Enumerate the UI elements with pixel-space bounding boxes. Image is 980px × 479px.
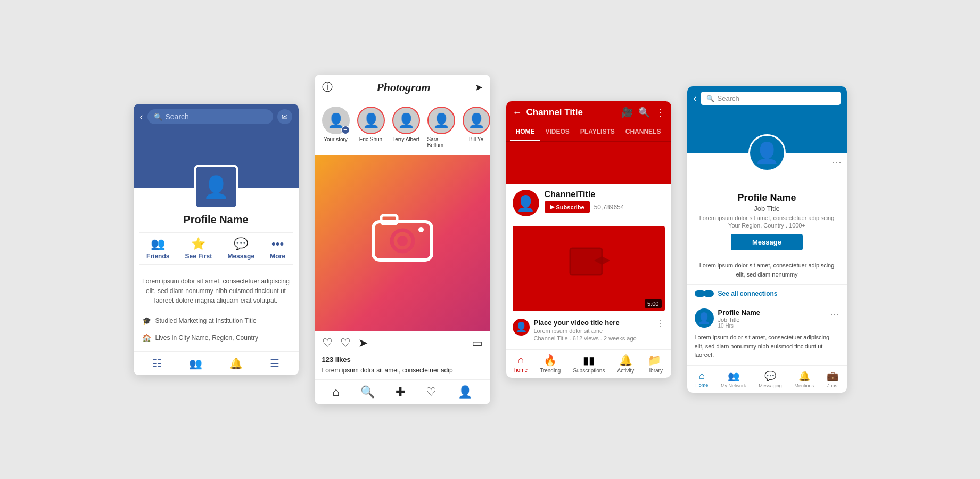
li-nav-messaging[interactable]: 💬 Messaging bbox=[759, 370, 782, 388]
ig-send-icon[interactable]: ➤ bbox=[475, 82, 483, 93]
yt-nav-home[interactable]: ⌂ home bbox=[514, 354, 528, 374]
ig-heart-icon[interactable]: ♡ bbox=[322, 336, 333, 350]
yt-more-header-icon[interactable]: ⋮ bbox=[655, 107, 665, 118]
li-nav-jobs-icon: 💼 bbox=[827, 370, 838, 382]
ig-header: ⓘ Photogram ➤ bbox=[315, 75, 490, 100]
ig-nav-user-icon[interactable]: 👤 bbox=[458, 385, 472, 399]
fb-see-first-btn[interactable]: ⭐ See First bbox=[185, 237, 212, 260]
ig-story-own-avatar: 👤 + bbox=[322, 107, 350, 134]
fb-header: ‹ 🔍 Search ✉ bbox=[134, 104, 299, 129]
li-header: ‹ 🔍 Search bbox=[687, 86, 847, 110]
yt-video-meta: Place your video title here Lorem ipsum … bbox=[534, 319, 652, 342]
ig-story-own[interactable]: 👤 + Your story bbox=[322, 107, 350, 148]
ig-share-icon[interactable]: ➤ bbox=[358, 336, 368, 350]
yt-header-icons: 🎥 🔍 ⋮ bbox=[621, 107, 665, 118]
yt-tab-videos[interactable]: VIDEOS bbox=[540, 124, 575, 141]
li-search-bar[interactable]: 🔍 Search bbox=[701, 92, 841, 105]
yt-nav-trending-icon: 🔥 bbox=[543, 354, 557, 367]
fb-profile-info: Profile Name 👥 Friends ⭐ See First 💬 Mes… bbox=[134, 214, 299, 270]
ig-story-3[interactable]: 👤 Sara Bellum bbox=[427, 107, 455, 148]
yt-channel-title: Channel Title bbox=[526, 107, 617, 118]
fb-message-btn[interactable]: 💬 Message bbox=[227, 237, 254, 260]
yt-nav-trending[interactable]: 🔥 Trending bbox=[540, 354, 561, 374]
instagram-screen: ⓘ Photogram ➤ 👤 + Your story 👤 Eric Shun bbox=[315, 75, 490, 404]
fb-nav-friends-icon[interactable]: 👥 bbox=[189, 357, 202, 370]
ig-story-4-label: Bill Ye bbox=[469, 136, 483, 142]
yt-tab-channels[interactable]: Channels bbox=[620, 124, 666, 141]
li-nav-messaging-label: Messaging bbox=[759, 383, 782, 388]
fb-bottom-nav: ☷ 👥 🔔 ☰ bbox=[134, 351, 299, 375]
yt-video-icon[interactable]: 🎥 bbox=[621, 107, 633, 118]
fb-more-label: More bbox=[270, 253, 285, 260]
ig-story-2[interactable]: 👤 Terry Albert bbox=[392, 107, 420, 148]
ig-caption-text: Lorem ipsum dolor sit amet, consectetuer… bbox=[322, 367, 453, 374]
ig-action-left: ♡ ♡ ➤ bbox=[322, 336, 472, 350]
ig-post-image bbox=[315, 155, 490, 331]
li-profile-more-icon[interactable]: ⋯ bbox=[832, 157, 842, 167]
li-message-button[interactable]: Message bbox=[731, 234, 803, 250]
yt-nav-home-icon: ⌂ bbox=[518, 354, 524, 366]
ig-story-2-avatar: 👤 bbox=[392, 107, 420, 134]
li-nav-network-icon: 👥 bbox=[728, 370, 739, 382]
yt-nav-library-label: Library bbox=[646, 368, 663, 374]
fb-nav-bell-icon[interactable]: 🔔 bbox=[229, 357, 243, 370]
svg-point-4 bbox=[418, 227, 424, 232]
li-post-body: Lorem ipsum dolor sit amet, consectetuer… bbox=[695, 333, 839, 360]
fb-star-icon: ⭐ bbox=[191, 237, 205, 251]
ig-logo: Photogram bbox=[376, 80, 430, 94]
ig-story-own-label: Your story bbox=[324, 136, 348, 142]
li-nav-home-icon: ⌂ bbox=[699, 370, 705, 381]
fb-nav-menu-icon[interactable]: ☰ bbox=[270, 357, 279, 370]
fb-studied: 🎓 Studied Marketing at Institution Title bbox=[134, 312, 299, 329]
li-nav-home[interactable]: ⌂ Home bbox=[695, 370, 708, 388]
ig-post-camera-icon bbox=[370, 211, 434, 275]
yt-tab-playlists[interactable]: Playlists bbox=[575, 124, 620, 141]
ig-nav-plus-icon[interactable]: ✚ bbox=[396, 385, 405, 399]
fb-lives: 🏠 Lives in City Name, Region, Country bbox=[134, 329, 299, 346]
li-avatar: 👤 bbox=[748, 134, 786, 172]
yt-nav-library[interactable]: 📁 Library bbox=[646, 354, 663, 374]
li-connections-toggle[interactable] bbox=[695, 290, 714, 297]
yt-video-thumbnail[interactable]: 5:00 bbox=[513, 226, 665, 311]
yt-video-title: Place your video title here bbox=[534, 319, 652, 327]
yt-tab-home[interactable]: Home bbox=[510, 124, 540, 141]
fb-messenger-icon[interactable]: ✉ bbox=[277, 109, 292, 124]
li-bio-text: Lorem ipsum dolor sit amet, consectetuer… bbox=[695, 215, 839, 221]
ig-story-1[interactable]: 👤 Eric Shun bbox=[357, 107, 385, 148]
fb-search-bar[interactable]: 🔍 Search bbox=[147, 109, 273, 124]
fb-back-icon[interactable]: ‹ bbox=[140, 111, 143, 123]
ig-nav-heart-icon[interactable]: ♡ bbox=[426, 385, 437, 399]
li-nav-mentions[interactable]: 🔔 Mentions bbox=[794, 370, 814, 388]
ig-comment-icon[interactable]: ♡ bbox=[340, 336, 351, 350]
li-back-icon[interactable]: ‹ bbox=[694, 93, 697, 104]
ig-nav-home-icon[interactable]: ⌂ bbox=[332, 385, 339, 399]
yt-play-icon bbox=[567, 246, 610, 291]
fb-more-btn[interactable]: ••• More bbox=[270, 237, 285, 260]
li-post-job: Job Title bbox=[718, 316, 826, 323]
ig-story-4[interactable]: 👤 Bill Ye bbox=[463, 107, 490, 148]
li-nav-network[interactable]: 👥 My Network bbox=[721, 370, 746, 388]
ig-bookmark-icon[interactable]: ▭ bbox=[472, 336, 483, 350]
fb-friends-btn[interactable]: 👥 Friends bbox=[146, 237, 169, 260]
yt-subscribe-row: ▶ Subscribe 50,789654 bbox=[545, 201, 665, 213]
ig-story-1-label: Eric Shun bbox=[359, 136, 382, 142]
yt-search-icon[interactable]: 🔍 bbox=[638, 107, 650, 118]
fb-avatar-icon: 👤 bbox=[203, 175, 229, 200]
fb-nav-news-icon[interactable]: ☷ bbox=[152, 357, 162, 370]
li-nav-jobs[interactable]: 💼 Jobs bbox=[827, 370, 838, 388]
li-search-label: Search bbox=[718, 94, 739, 102]
yt-nav-activity[interactable]: 🔔 Activity bbox=[617, 354, 635, 374]
ig-camera-icon[interactable]: ⓘ bbox=[322, 80, 333, 94]
yt-nav-activity-icon: 🔔 bbox=[619, 354, 632, 367]
fb-home-icon: 🏠 bbox=[142, 334, 151, 342]
yt-video-more-icon[interactable]: ⋮ bbox=[656, 319, 665, 329]
ig-story-3-label: Sara Bellum bbox=[427, 136, 455, 148]
li-connections-label[interactable]: See all connections bbox=[718, 290, 778, 297]
li-post-more-icon[interactable]: ⋯ bbox=[830, 308, 839, 320]
ig-nav-search-icon[interactable]: 🔍 bbox=[360, 385, 375, 399]
ig-story-4-avatar: 👤 bbox=[463, 107, 490, 134]
yt-nav-subscriptions[interactable]: ▮▮ Subscriptions bbox=[573, 354, 605, 374]
ig-caption: Lorem ipsum dolor sit amet, consectetuer… bbox=[315, 367, 490, 379]
yt-back-icon[interactable]: ← bbox=[513, 107, 522, 118]
yt-subscribe-button[interactable]: ▶ Subscribe bbox=[545, 201, 590, 213]
